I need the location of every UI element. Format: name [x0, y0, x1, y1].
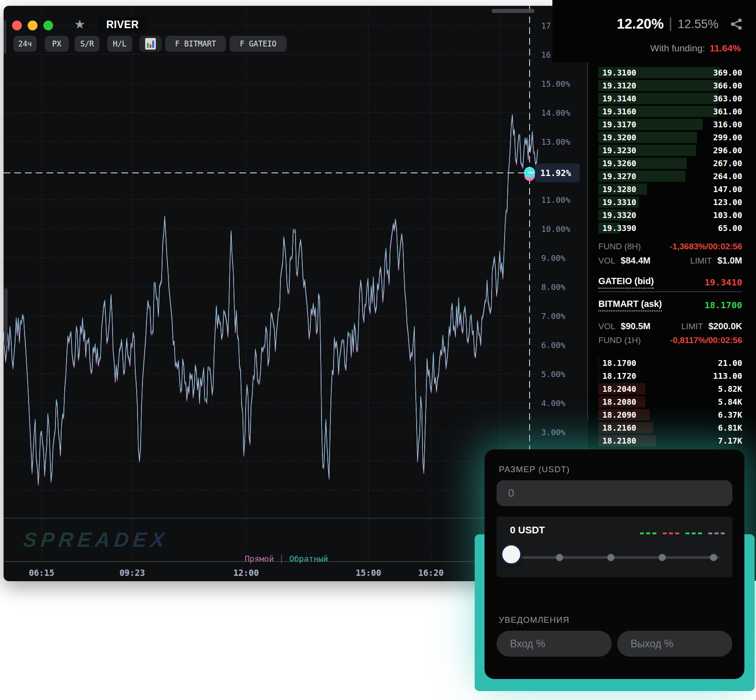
ask-row[interactable]: 18.1720113.00	[598, 369, 742, 382]
left-scrollbar-thumb[interactable]	[4, 20, 6, 54]
size-input[interactable]	[497, 480, 732, 506]
vol-value: $84.4M	[621, 256, 651, 266]
bitmart-link[interactable]: BITMART (ask)	[598, 299, 662, 311]
ask-row[interactable]: 18.20805.84K	[598, 395, 742, 408]
pnl-dash-group	[708, 532, 725, 534]
limit-value: $1.0M	[717, 256, 742, 266]
exit-percent-input[interactable]	[617, 631, 732, 657]
bar-chart-icon	[145, 38, 156, 50]
bid-row[interactable]: 19.3170316.00	[598, 118, 742, 131]
dash-icon	[692, 532, 696, 534]
fund-1h-label: FUND (1H)	[598, 335, 641, 345]
slider-stop-dot[interactable]	[710, 554, 717, 561]
vol2-value: $90.5M	[621, 321, 651, 331]
y-axis-tick-label: 8.00%	[541, 282, 565, 292]
price-level: 19.3160	[598, 107, 636, 116]
bid-row[interactable]: 19.3140363.00	[598, 92, 742, 105]
share-icon[interactable]	[730, 18, 743, 30]
dash-icon	[721, 532, 725, 534]
size-value: 267.00	[713, 159, 742, 168]
dash-icon	[646, 532, 650, 534]
price-level: 19.3260	[598, 159, 636, 168]
y-axis-tick-label: 10.00%	[541, 224, 570, 234]
ask-row[interactable]: 18.21807.17K	[598, 434, 742, 447]
size-slider-thumb[interactable]	[500, 543, 522, 566]
size-value: 65.00	[718, 223, 742, 233]
size-value: 5.84K	[718, 397, 742, 407]
favorite-star-icon[interactable]: ★	[74, 18, 85, 31]
with-funding-row: With funding: 11.64%	[650, 43, 741, 54]
toolbar-button-px[interactable]: PX	[45, 36, 69, 52]
price-level: 19.3390	[598, 223, 636, 233]
price-level: 18.2080	[598, 397, 636, 407]
toolbar-button-f-bitmart[interactable]: F BITMART	[165, 36, 226, 52]
spread-value: 12.20%	[617, 16, 664, 32]
bitmart-row: BITMART (ask) 18.1700	[598, 298, 742, 313]
y-axis-tick-label: 11.00%	[541, 195, 570, 205]
pnl-dash-group	[685, 532, 702, 534]
fund-8h-value: -1,3683%/00:02:56	[669, 242, 742, 251]
price-level: 18.2180	[598, 436, 636, 445]
bid-row[interactable]: 19.339065.00	[598, 222, 742, 235]
bid-row[interactable]: 19.3310123.00	[598, 196, 742, 209]
price-level: 19.3120	[598, 81, 636, 90]
gateio-link[interactable]: GATEIO (bid)	[598, 276, 654, 289]
size-value: 21.00	[718, 358, 742, 368]
bid-row[interactable]: 19.3260267.00	[598, 157, 742, 170]
size-value: 7.17K	[718, 436, 742, 445]
spread-secondary-value: 12.55%	[677, 17, 718, 31]
stats-divider	[670, 17, 671, 31]
dash-icon	[652, 532, 656, 534]
top-scrollbar-thumb[interactable]	[492, 9, 535, 13]
ask-row[interactable]: 18.20405.82K	[598, 382, 742, 395]
gateio-bid-price: 19.3410	[705, 277, 742, 288]
limit2-label: LIMIT	[681, 322, 703, 331]
dash-icon	[675, 532, 679, 534]
x-axis-tick-label: 09:23	[119, 568, 145, 578]
zoom-window-button[interactable]	[43, 21, 53, 30]
y-axis-tick-label: 15.00%	[541, 79, 570, 88]
amount-label: 0 USDT	[510, 524, 545, 536]
size-value: 361.00	[713, 107, 742, 116]
bid-row[interactable]: 19.3120366.00	[598, 79, 742, 92]
toolbar-button-f-gateio[interactable]: F GATEIO	[230, 36, 287, 52]
minimize-window-button[interactable]	[28, 21, 38, 30]
bid-row[interactable]: 19.3230296.00	[598, 144, 742, 157]
slider-stop-dot[interactable]	[556, 554, 563, 561]
toolbar-button-24ч[interactable]: 24ч	[13, 36, 37, 52]
slider-stop-dot[interactable]	[659, 554, 666, 561]
size-slider-track[interactable]	[511, 556, 719, 559]
ask-row[interactable]: 18.170021.00	[598, 356, 742, 369]
dash-icon	[640, 532, 644, 534]
bid-row[interactable]: 19.3160361.00	[598, 105, 742, 118]
chart-legend: Прямой | Обратный	[245, 554, 328, 563]
x-axis-tick-label: 15:00	[355, 568, 381, 578]
bid-row[interactable]: 19.3280147.00	[598, 183, 742, 196]
price-level: 19.3230	[598, 146, 636, 155]
symbol-title[interactable]: RIVER	[97, 17, 148, 33]
price-level: 18.1720	[598, 371, 636, 381]
size-value: 296.00	[713, 146, 742, 155]
size-value: 113.00	[713, 371, 742, 381]
legend-inverse[interactable]: Обратный	[289, 554, 328, 563]
order-size-dialog: РАЗМЕР (USDT) 0 USDT УВЕДОМЛЕНИЯ	[485, 449, 744, 679]
bid-row[interactable]: 19.3270264.00	[598, 170, 742, 183]
bid-row[interactable]: 19.3200299.00	[598, 131, 742, 144]
x-axis-tick-label: 06:15	[29, 568, 54, 578]
notifications-label: УВЕДОМЛЕНИЯ	[499, 615, 569, 625]
left-scrollbar-thumb[interactable]	[4, 288, 8, 346]
toolbar-button-h-l[interactable]: H/L	[107, 36, 132, 52]
size-value: 299.00	[713, 133, 742, 142]
size-value: 103.00	[713, 210, 742, 220]
ask-row[interactable]: 18.21606.81K	[598, 421, 742, 434]
chart-style-button[interactable]	[139, 36, 162, 52]
entry-percent-input[interactable]	[497, 631, 612, 657]
toolbar-button-s-r[interactable]: S/R	[75, 36, 100, 52]
bid-row[interactable]: 19.3320103.00	[598, 209, 742, 222]
close-window-button[interactable]	[12, 21, 22, 30]
ask-row[interactable]: 18.20906.37K	[598, 408, 742, 421]
slider-stop-dot[interactable]	[607, 554, 614, 561]
bid-row[interactable]: 19.3100369.00	[598, 66, 742, 79]
legend-direct[interactable]: Прямой	[245, 554, 274, 563]
price-level: 19.3280	[598, 184, 636, 194]
